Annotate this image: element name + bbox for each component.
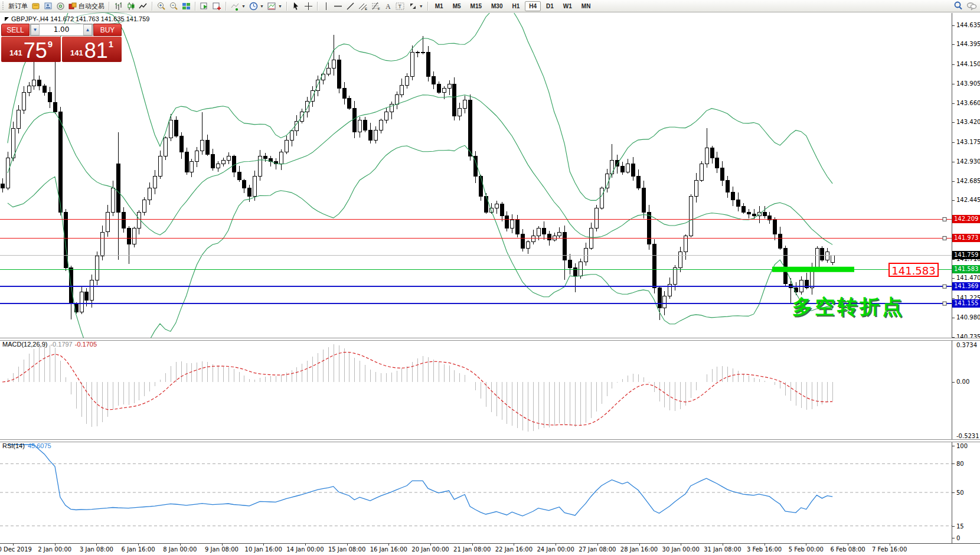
pane-separator[interactable]	[0, 338, 980, 341]
timeframe-M15[interactable]: M15	[466, 1, 486, 11]
price-chart-pane[interactable]	[0, 13, 952, 338]
timeframe-W1[interactable]: W1	[559, 1, 576, 11]
price-badge-141.155: 141.155	[952, 299, 980, 308]
price-tick	[952, 44, 955, 45]
vertical-line-button[interactable]	[321, 1, 332, 11]
line-chart-button[interactable]	[137, 1, 149, 11]
line-handle-141.155[interactable]	[943, 302, 946, 305]
price-tick-label: 142.445	[956, 197, 980, 203]
timeframe-MN[interactable]: MN	[577, 1, 595, 11]
buy-price-display[interactable]: 141811	[62, 37, 122, 62]
toolbar-grip[interactable]	[2, 2, 5, 11]
new-order-button[interactable]: 新订单	[6, 1, 30, 11]
chat-button[interactable]	[965, 1, 979, 11]
time-tick	[222, 544, 223, 546]
volume-increase-button[interactable]: ▲	[83, 24, 92, 35]
time-tick	[681, 544, 681, 546]
price-tick-label: 141.470	[956, 275, 980, 281]
bar-chart-button[interactable]	[112, 1, 125, 11]
time-tick	[347, 544, 348, 546]
autotrading-button[interactable]: 自动交易	[67, 1, 106, 11]
toolbar-separator	[195, 2, 196, 11]
price-tick	[952, 278, 955, 279]
price-level-label[interactable]: 141.583	[888, 263, 939, 277]
text-icon: A	[384, 2, 392, 11]
template-icon	[267, 2, 276, 11]
buy-price-pip: 1	[109, 39, 113, 49]
macd-pane[interactable]	[0, 339, 952, 439]
time-axis[interactable]: 30 Dec 20192 Jan 00:003 Jan 08:006 Jan 1…	[0, 544, 952, 555]
time-label: 20 Jan 00:00	[411, 546, 449, 553]
sell-button[interactable]: SELL	[1, 24, 30, 36]
time-tick	[96, 544, 97, 546]
line-handle-141.973[interactable]	[943, 236, 946, 240]
rsi-axis-label-15: 15	[956, 523, 964, 530]
time-tick	[305, 544, 306, 546]
timeframe-M1[interactable]: M1	[431, 1, 447, 11]
toolbar: 新订单 自动交易 ▼ ▼ ▼ E F A T ▼ M1M5M15M30H1H4D…	[0, 0, 980, 12]
cursor-button[interactable]	[290, 1, 302, 11]
horizontal-line-button[interactable]	[332, 1, 344, 11]
search-button[interactable]	[952, 1, 965, 11]
pane-separator[interactable]	[0, 439, 980, 442]
timeframe-H4[interactable]: H4	[525, 1, 541, 11]
rsi-axis-tick	[952, 526, 955, 527]
price-badge-141.759: 141.759	[952, 251, 980, 259]
price-tick	[952, 103, 955, 104]
trendline-button[interactable]	[344, 1, 357, 11]
price-tick	[952, 122, 955, 123]
buy-button[interactable]: BUY	[93, 24, 122, 36]
rsi-axis-label-50: 50	[956, 489, 964, 496]
crosshair-button[interactable]	[302, 1, 315, 11]
timeframe-D1[interactable]: D1	[542, 1, 558, 11]
rsi-pane[interactable]	[0, 441, 952, 543]
candlestick-chart-icon	[126, 2, 135, 11]
text-label-button[interactable]: T	[394, 1, 407, 11]
accounts-button[interactable]	[42, 1, 54, 11]
line-handle-142.209[interactable]	[943, 217, 946, 221]
text-button[interactable]: A	[383, 1, 394, 11]
fibonacci-button[interactable]: F	[370, 1, 383, 11]
dropdown-caret-icon: ▼	[278, 4, 282, 8]
zoom-out-button[interactable]	[168, 1, 180, 11]
zoom-in-button[interactable]	[155, 1, 168, 11]
timeframe-M30[interactable]: M30	[487, 1, 507, 11]
journal-button[interactable]	[30, 1, 42, 11]
timeframe-M5[interactable]: M5	[449, 1, 465, 11]
time-tick	[806, 544, 806, 546]
price-tick-label: 143.660	[956, 100, 980, 106]
price-tick-label: 143.905	[956, 80, 980, 87]
candlestick-chart-button[interactable]	[125, 1, 137, 11]
indicators-button[interactable]: ▼	[229, 1, 247, 11]
new-chart-button[interactable]	[211, 1, 223, 11]
chart-play-icon	[200, 2, 209, 11]
volume-decrease-button[interactable]: ▼	[31, 24, 40, 35]
arrows-button[interactable]: ▼	[407, 1, 425, 11]
tile-windows-icon	[182, 2, 191, 11]
timeframe-H1[interactable]: H1	[508, 1, 524, 11]
strategy-tester-button[interactable]	[198, 1, 211, 11]
volume-input[interactable]: 1.00	[40, 24, 83, 35]
dropdown-caret-icon: ▼	[419, 4, 423, 8]
turning-point-note[interactable]: 多空转折点	[792, 293, 904, 321]
one-click-trading-panel: SELL ▼ 1.00 ▲ BUY 141759 141811	[1, 24, 122, 62]
periods-button[interactable]: ▼	[247, 1, 266, 11]
community-button[interactable]	[54, 1, 67, 11]
volume-control: ▼ 1.00 ▲	[30, 24, 93, 36]
sell-price-display[interactable]: 141759	[1, 37, 61, 62]
templates-button[interactable]: ▼	[266, 1, 284, 11]
rsi-axis-tick	[952, 446, 955, 446]
price-tick-label: 140.980	[956, 314, 980, 321]
channel-button[interactable]: E	[357, 1, 370, 11]
macd-axis-max: 0.3734	[956, 342, 977, 348]
time-tick	[263, 544, 264, 546]
line-handle-141.369[interactable]	[943, 285, 946, 288]
time-label: 21 Jan 08:00	[453, 546, 491, 553]
timeframe-group: M1M5M15M30H1H4D1W1MN	[431, 1, 595, 11]
time-tick	[597, 544, 598, 546]
price-axis[interactable]: 144.635144.395144.150143.905143.660143.4…	[952, 13, 980, 543]
buy-price-prefix: 141	[70, 48, 83, 57]
tile-windows-button[interactable]	[180, 1, 192, 11]
time-label: 2 Jan 00:00	[38, 546, 71, 553]
search-icon	[953, 1, 963, 11]
